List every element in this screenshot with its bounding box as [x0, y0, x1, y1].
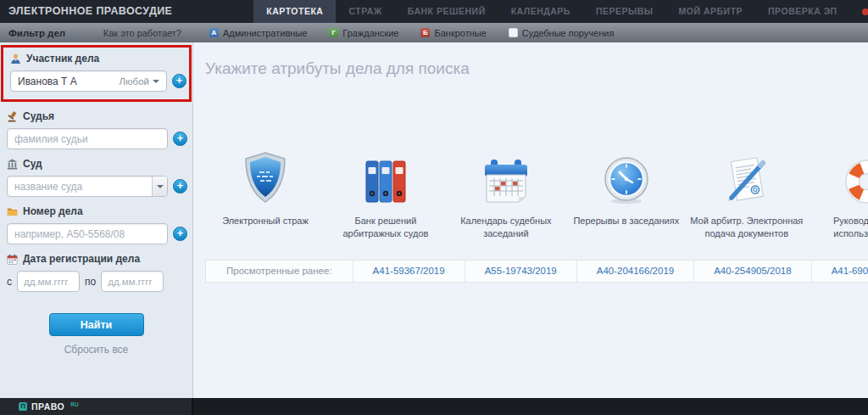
civil-category-icon: Г	[329, 28, 338, 37]
court-building-icon	[7, 159, 18, 170]
services-row: Электронный страж Ба	[205, 149, 868, 241]
reg-date-label: Дата регистрации дела	[23, 253, 140, 265]
filter-title: Фильтр дел	[8, 28, 65, 38]
date-to-input[interactable]	[101, 271, 164, 292]
calendar-date-icon	[7, 254, 18, 265]
service-user-guide[interactable]: Руководство по использованию	[807, 149, 868, 241]
service-my-arbiter-filing[interactable]: Мой арбитр. Электронная подача документо…	[687, 149, 807, 241]
recently-viewed-label: Просмотренные ранее:	[206, 261, 353, 282]
participant-label: Участник дела	[26, 53, 99, 64]
category-bankrotnye[interactable]: Б Банкротные	[409, 28, 497, 38]
court-orders-category-icon	[509, 28, 518, 37]
category-label: Судебные поручения	[522, 28, 615, 38]
tab-strazh[interactable]: СТРАЖ	[336, 0, 394, 23]
tab-kartoteka[interactable]: КАРТОТЕКА	[253, 0, 336, 23]
service-label: Банк решений арбитражных судов	[326, 215, 446, 241]
tab-proverka-ep[interactable]: ПРОВЕРКА ЭП	[755, 0, 850, 23]
participant-section-highlight: Участник дела Иванова Т А Любой +	[1, 45, 192, 102]
add-judge-button[interactable]: +	[173, 132, 187, 146]
login-button[interactable]: ВОЙТИ	[850, 0, 868, 23]
judge-section-label: Судья	[7, 110, 192, 122]
add-case-number-button[interactable]: +	[173, 227, 187, 241]
case-number-input[interactable]	[7, 223, 168, 244]
case-category-tabs: А Административные Г Гражданские Б Банкр…	[198, 28, 625, 38]
content-area: Участник дела Иванова Т А Любой + Судь	[0, 42, 868, 398]
tab-kalendar[interactable]: КАЛЕНДАРЬ	[498, 0, 583, 23]
chevron-down-icon	[153, 80, 159, 83]
footer-logo[interactable]: П ПРАВО RU	[0, 398, 193, 415]
recent-case-link[interactable]: А40-254905/2018	[693, 261, 810, 282]
gavel-icon	[7, 111, 18, 122]
category-administrativnye[interactable]: А Административные	[198, 28, 318, 38]
tab-bank-resheniy[interactable]: БАНК РЕШЕНИЙ	[395, 0, 498, 23]
participant-value: Иванова Т А	[18, 76, 119, 87]
recently-viewed-bar: Просмотренные ранее: А41-59367/2019 А55-…	[205, 260, 868, 283]
service-label: Электронный страж	[222, 215, 309, 227]
court-section-label: Суд	[7, 158, 192, 170]
folder-icon	[7, 206, 18, 217]
administrative-category-icon: А	[209, 28, 219, 37]
binders-icon	[362, 149, 409, 205]
document-pen-icon	[722, 149, 771, 205]
category-sudebnye-porucheniya[interactable]: Судебные поручения	[498, 28, 626, 38]
category-label: Банкротные	[434, 28, 486, 38]
pravo-logo-text: ПРАВО	[31, 401, 64, 412]
court-dropdown-arrow[interactable]	[152, 177, 167, 196]
service-label: Руководство по использованию	[807, 215, 868, 241]
service-decisions-bank[interactable]: Банк решений арбитражных судов	[326, 149, 446, 241]
recent-case-link[interactable]: А41-59367/2019	[353, 261, 465, 282]
reset-all-link[interactable]: Сбросить все	[0, 344, 192, 356]
case-number-section-label: Номер дела	[7, 205, 192, 217]
add-court-button[interactable]: +	[173, 179, 187, 193]
search-button[interactable]: Найти	[49, 313, 144, 336]
filter-bar-left: Фильтр дел Как это работает?	[0, 28, 193, 38]
top-bar: ЭЛЕКТРОННОЕ ПРАВОСУДИЕ КАРТОТЕКА СТРАЖ Б…	[0, 0, 868, 23]
tab-pereryvy[interactable]: ПЕРЕРЫВЫ	[583, 0, 666, 23]
bankruptcy-category-icon: Б	[420, 28, 430, 37]
filter-bar: Фильтр дел Как это работает? А Администр…	[0, 23, 868, 42]
service-label: Мой арбитр. Электронная подача документо…	[687, 215, 807, 241]
tab-moy-arbitr[interactable]: МОЙ АРБИТР	[666, 0, 755, 23]
calendar-icon	[481, 149, 531, 205]
service-hearings-calendar[interactable]: Календарь судебных заседаний	[446, 149, 566, 241]
clock-icon	[602, 149, 651, 205]
recent-case-link[interactable]: А41-69066/2018	[811, 261, 868, 282]
participant-section-label: Участник дела	[10, 53, 186, 64]
reg-date-section-label: Дата регистрации дела	[7, 253, 192, 265]
person-icon	[10, 53, 21, 64]
service-label: Календарь судебных заседаний	[446, 215, 566, 241]
main-panel: Укажите атрибуты дела для поиска	[193, 42, 868, 398]
chevron-down-icon	[157, 185, 164, 188]
service-label: Перерывы в заседаниях	[573, 215, 679, 227]
participant-role-dropdown[interactable]: Любой	[119, 76, 159, 87]
how-it-works-link[interactable]: Как это работает?	[103, 28, 181, 38]
pravo-logo-icon: П	[19, 402, 27, 411]
lifebuoy-icon	[843, 149, 868, 205]
participant-input[interactable]: Иванова Т А Любой	[10, 70, 167, 92]
page-title: Укажите атрибуты дела для поиска	[205, 59, 868, 78]
category-grazhdanskie[interactable]: Г Гражданские	[318, 28, 409, 38]
date-from-input[interactable]	[17, 271, 80, 292]
judge-label: Судья	[23, 110, 54, 122]
participant-role-value: Любой	[119, 76, 149, 87]
service-electronic-guard[interactable]: Электронный страж	[205, 149, 326, 241]
court-select[interactable]	[7, 176, 168, 197]
judge-input[interactable]	[7, 128, 168, 149]
recent-case-link[interactable]: А40-204166/2019	[576, 261, 693, 282]
add-participant-button[interactable]: +	[172, 74, 186, 88]
recent-case-link[interactable]: А55-19743/2019	[465, 261, 576, 282]
service-hearing-breaks[interactable]: Перерывы в заседаниях	[566, 149, 687, 241]
court-input[interactable]	[7, 176, 168, 197]
category-label: Гражданские	[342, 28, 398, 38]
footer-bar: П ПРАВО RU	[0, 398, 868, 415]
date-to-label: по	[85, 276, 96, 288]
login-status-icon	[862, 8, 868, 15]
shield-icon	[241, 149, 290, 205]
app-title: ЭЛЕКТРОННОЕ ПРАВОСУДИЕ	[0, 0, 181, 23]
case-number-label: Номер дела	[23, 205, 83, 217]
search-filter-sidebar: Участник дела Иванова Т А Любой + Судь	[0, 42, 193, 398]
date-from-label: с	[7, 276, 12, 288]
top-navigation: КАРТОТЕКА СТРАЖ БАНК РЕШЕНИЙ КАЛЕНДАРЬ П…	[253, 0, 849, 23]
court-label: Суд	[23, 158, 42, 170]
category-label: Административные	[223, 28, 307, 38]
